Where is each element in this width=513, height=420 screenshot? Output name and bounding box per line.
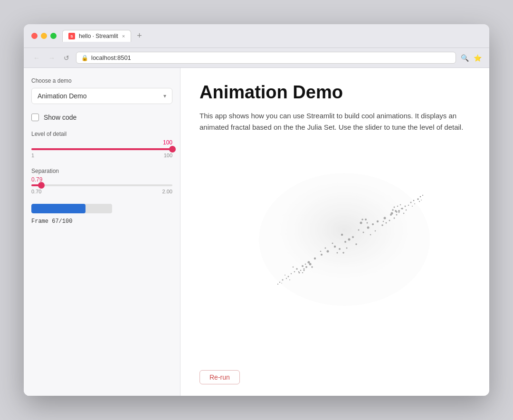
sep-min: 0.70 (31, 189, 41, 194)
separation-label: Separation (31, 168, 172, 174)
separation-track-bg (31, 184, 172, 186)
select-arrow-icon: ▾ (163, 93, 166, 99)
level-of-detail-fill (31, 148, 172, 150)
page-title: Animation Demo (200, 82, 470, 103)
separation-track[interactable] (31, 184, 172, 187)
sidebar: Choose a demo Animation Demo ▾ Show code… (24, 68, 180, 396)
level-of-detail-section: Level of detail 100 1 100 (31, 131, 172, 158)
page-description: This app shows how you can use Streamlit… (200, 110, 466, 133)
svg-point-85 (259, 173, 430, 306)
progress-bar-wrap (31, 204, 112, 213)
show-code-checkbox[interactable] (31, 114, 39, 121)
level-of-detail-label: Level of detail (31, 131, 172, 137)
tab-close-icon[interactable]: × (122, 33, 125, 39)
progress-bar-fill (31, 204, 86, 213)
address-bar: ← → ↺ 🔒 localhost:8501 🔍 ⭐ (24, 48, 489, 68)
separation-thumb[interactable] (38, 182, 45, 189)
level-of-detail-range: 1 100 (31, 153, 172, 158)
main-content: Animation Demo This app shows how you ca… (180, 68, 489, 396)
level-of-detail-value: 100 (31, 139, 172, 146)
separation-section: Separation 0.79 0.70 2.00 (31, 168, 172, 194)
address-input[interactable]: 🔒 localhost:8501 (76, 52, 456, 64)
frame-text: Frame 67/100 (31, 218, 72, 225)
demo-select[interactable]: Animation Demo ▾ (31, 88, 172, 104)
browser-tab[interactable]: S hello · Streamlit × (62, 30, 131, 42)
url-text: localhost:8501 (91, 54, 131, 61)
level-of-detail-track[interactable] (31, 148, 172, 151)
show-code-row: Show code (31, 114, 172, 121)
separation-value: 0.79 (31, 176, 172, 183)
close-button[interactable] (31, 33, 38, 39)
tab-favicon: S (68, 33, 75, 39)
separation-range: 0.70 2.00 (31, 189, 172, 194)
forward-button[interactable]: → (47, 53, 57, 63)
svg-point-24 (418, 199, 419, 200)
progress-section: Frame 67/100 (31, 204, 172, 225)
search-icon[interactable]: 🔍 (461, 54, 469, 62)
minimize-button[interactable] (41, 33, 47, 39)
back-button[interactable]: ← (31, 53, 42, 63)
new-tab-button[interactable]: + (137, 31, 142, 41)
maximize-button[interactable] (50, 33, 57, 39)
browser-content: Choose a demo Animation Demo ▾ Show code… (24, 68, 489, 396)
tab-title: hello · Streamlit (79, 33, 118, 39)
demo-select-value: Animation Demo (38, 92, 87, 100)
toolbar-right: 🔍 ⭐ (461, 54, 482, 62)
svg-point-25 (420, 196, 421, 197)
browser-window: S hello · Streamlit × + ← → ↺ 🔒 localhos… (24, 24, 489, 396)
fractal-container (200, 144, 470, 306)
svg-point-27 (419, 201, 420, 202)
fractal-image (221, 144, 449, 306)
rerun-button-wrap: Re-run (200, 370, 240, 384)
svg-point-28 (421, 200, 422, 200)
reload-button[interactable]: ↺ (62, 53, 71, 63)
lock-icon: 🔒 (81, 55, 88, 61)
show-code-label: Show code (44, 114, 76, 121)
traffic-lights (31, 33, 57, 39)
level-of-detail-thumb[interactable] (169, 146, 176, 153)
level-of-detail-track-bg (31, 148, 172, 150)
level-max: 100 (164, 153, 172, 158)
sep-max: 2.00 (162, 189, 172, 194)
bookmark-icon[interactable]: ⭐ (474, 54, 482, 62)
rerun-button[interactable]: Re-run (200, 370, 240, 384)
title-bar: S hello · Streamlit × + (24, 24, 489, 48)
level-min: 1 (31, 153, 34, 158)
svg-point-47 (277, 284, 278, 285)
choose-demo-label: Choose a demo (31, 77, 172, 84)
svg-point-26 (422, 195, 423, 196)
tab-bar: S hello · Streamlit × + (62, 30, 482, 42)
